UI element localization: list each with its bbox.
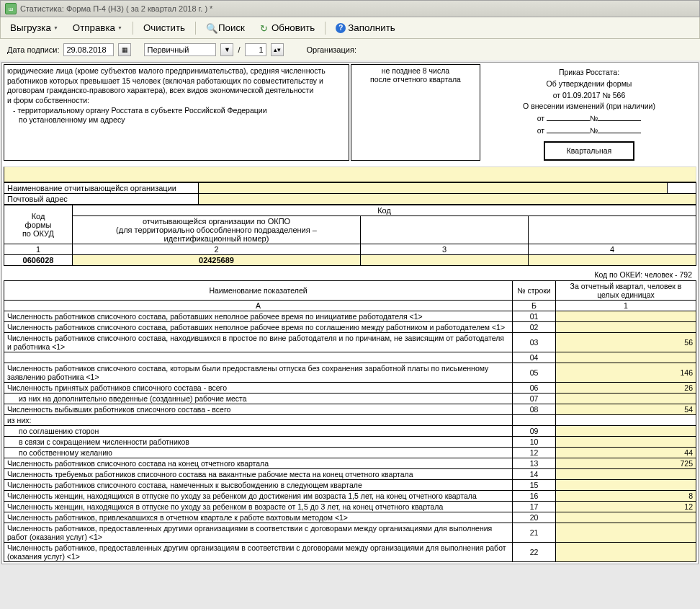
header-order-box: Приказ Росстата: Об утверждении формы от… bbox=[482, 64, 696, 161]
table-row: Численность работников списочного состав… bbox=[4, 311, 696, 322]
table-row: по собственному желанию1244 bbox=[4, 448, 696, 458]
org-name-cell[interactable] bbox=[199, 183, 668, 194]
type-select[interactable] bbox=[144, 43, 216, 56]
table-row: в связи с сокращением численности работн… bbox=[4, 437, 696, 448]
num-input[interactable] bbox=[245, 43, 266, 56]
indicator-name: из них на дополнительно введенные (созда… bbox=[4, 394, 513, 404]
row-number: 08 bbox=[513, 404, 556, 415]
value-cell[interactable]: 146 bbox=[556, 363, 696, 383]
value-cell[interactable] bbox=[556, 469, 696, 480]
indicator-name: Численность работников списочного состав… bbox=[4, 311, 513, 322]
row-number: 05 bbox=[513, 363, 556, 383]
table-row: Численность работников, предоставленных … bbox=[4, 543, 696, 562]
value-cell[interactable]: 26 bbox=[556, 383, 696, 394]
help-icon: ? bbox=[336, 23, 346, 33]
table-row: Численность работников списочного состав… bbox=[4, 333, 696, 352]
row-number: 07 bbox=[513, 394, 556, 404]
document-body: юридические лица (кроме субъектов малого… bbox=[1, 62, 699, 564]
value-cell[interactable] bbox=[556, 523, 696, 543]
toolbar: Выгрузка▼ Отправка▼ Очистить 🔍Поиск ↻Обн… bbox=[0, 17, 700, 39]
table-row: Численность женщин, находящихся в отпуск… bbox=[4, 502, 696, 512]
value-cell[interactable]: 8 bbox=[556, 491, 696, 502]
data-table: Наименование показателей № строки За отч… bbox=[4, 280, 696, 562]
refresh-button[interactable]: ↻Обновить bbox=[253, 19, 321, 36]
value-cell[interactable] bbox=[556, 322, 696, 333]
row-number: 10 bbox=[513, 437, 556, 448]
indicator-name: Численность работников списочного состав… bbox=[4, 458, 513, 469]
num-stepper-button[interactable]: ▴▾ bbox=[271, 43, 284, 56]
indicator-name: Численность работников списочного состав… bbox=[4, 322, 513, 333]
value-cell[interactable]: 12 bbox=[556, 502, 696, 512]
row-number: 17 bbox=[513, 502, 556, 512]
value-cell[interactable]: 54 bbox=[556, 404, 696, 415]
value-cell[interactable] bbox=[556, 543, 696, 562]
date-picker-button[interactable]: ▦ bbox=[118, 43, 131, 56]
indicator-name: Численность принятых работников списочно… bbox=[4, 383, 513, 394]
row-number: 01 bbox=[513, 311, 556, 322]
separator bbox=[325, 22, 326, 35]
window-title: Статистика: Форма П-4 (НЗ) ( за 2 кварта… bbox=[20, 4, 212, 13]
table-row: Численность выбывших работников списочно… bbox=[4, 404, 696, 415]
indicator-name: Численность работников списочного состав… bbox=[4, 333, 513, 352]
indicator-name: Численность выбывших работников списочно… bbox=[4, 404, 513, 415]
row-number: 06 bbox=[513, 383, 556, 394]
table-row: Численность работников списочного состав… bbox=[4, 363, 696, 383]
spacer-row bbox=[4, 166, 696, 182]
row-number: 15 bbox=[513, 480, 556, 491]
date-input[interactable] bbox=[63, 43, 114, 56]
value-cell[interactable] bbox=[556, 437, 696, 448]
table-row: Численность требуемых работников списочн… bbox=[4, 469, 696, 480]
slash-label: / bbox=[238, 45, 240, 54]
indicator-name: Численность работников, предоставленных … bbox=[4, 543, 513, 562]
row-number: 13 bbox=[513, 458, 556, 469]
value-cell[interactable] bbox=[556, 311, 696, 322]
value-cell[interactable]: 44 bbox=[556, 448, 696, 458]
value-cell[interactable]: 725 bbox=[556, 458, 696, 469]
table-row: Численность работников списочного состав… bbox=[4, 322, 696, 333]
row-number bbox=[513, 415, 556, 426]
indicator-name: Численность требуемых работников списочн… bbox=[4, 469, 513, 480]
org-table: Наименование отчитывающейся организации … bbox=[4, 182, 696, 205]
fill-button[interactable]: ?Заполнить bbox=[329, 19, 401, 36]
search-icon: 🔍 bbox=[206, 23, 216, 33]
refresh-icon: ↻ bbox=[259, 23, 269, 33]
app-icon: ш bbox=[5, 3, 17, 14]
row-number: 09 bbox=[513, 426, 556, 437]
org-addr-label: Почтовый адрес bbox=[4, 194, 199, 205]
value-cell[interactable] bbox=[556, 352, 696, 363]
params-row: Дата подписи: ▦ ▼ / ▴▾ Организация: bbox=[0, 39, 700, 61]
date-label: Дата подписи: bbox=[7, 45, 59, 54]
periodicity-badge: Квартальная bbox=[544, 141, 634, 161]
org-label: Организация: bbox=[307, 45, 356, 54]
table-row: по соглашению сторон09 bbox=[4, 426, 696, 437]
table-row: Численность работников списочного состав… bbox=[4, 480, 696, 491]
value-cell[interactable] bbox=[556, 480, 696, 491]
value-cell bbox=[556, 415, 696, 426]
row-number: 20 bbox=[513, 512, 556, 523]
type-dropdown-button[interactable]: ▼ bbox=[220, 43, 233, 56]
table-row: Численность женщин, находящихся в отпуск… bbox=[4, 491, 696, 502]
row-number: 22 bbox=[513, 543, 556, 562]
search-button[interactable]: 🔍Поиск bbox=[199, 19, 251, 36]
row-number: 02 bbox=[513, 322, 556, 333]
header-respondent-box: юридические лица (кроме субъектов малого… bbox=[4, 64, 349, 161]
value-cell[interactable] bbox=[556, 512, 696, 523]
org-addr-cell[interactable] bbox=[199, 194, 696, 205]
value-cell[interactable]: 56 bbox=[556, 333, 696, 352]
row-number: 16 bbox=[513, 491, 556, 502]
table-row: из них на дополнительно введенные (созда… bbox=[4, 394, 696, 404]
indicator-name bbox=[4, 352, 513, 363]
value-cell[interactable] bbox=[556, 394, 696, 404]
indicator-name: по собственному желанию bbox=[4, 448, 513, 458]
send-button[interactable]: Отправка▼ bbox=[66, 19, 129, 36]
clear-button[interactable]: Очистить bbox=[137, 19, 192, 36]
export-button[interactable]: Выгрузка▼ bbox=[4, 19, 65, 36]
table-row: Численность работников списочного состав… bbox=[4, 458, 696, 469]
table-row: Численность принятых работников списочно… bbox=[4, 383, 696, 394]
table-row: 04 bbox=[4, 352, 696, 363]
header-deadline-box: не позднее 8 числа после отчетного кварт… bbox=[351, 64, 480, 161]
table-row: Численность работников, предоставленных … bbox=[4, 523, 696, 543]
indicator-name: из них: bbox=[4, 415, 513, 426]
value-cell[interactable] bbox=[556, 426, 696, 437]
indicator-name: Численность работников, предоставленных … bbox=[4, 523, 513, 543]
